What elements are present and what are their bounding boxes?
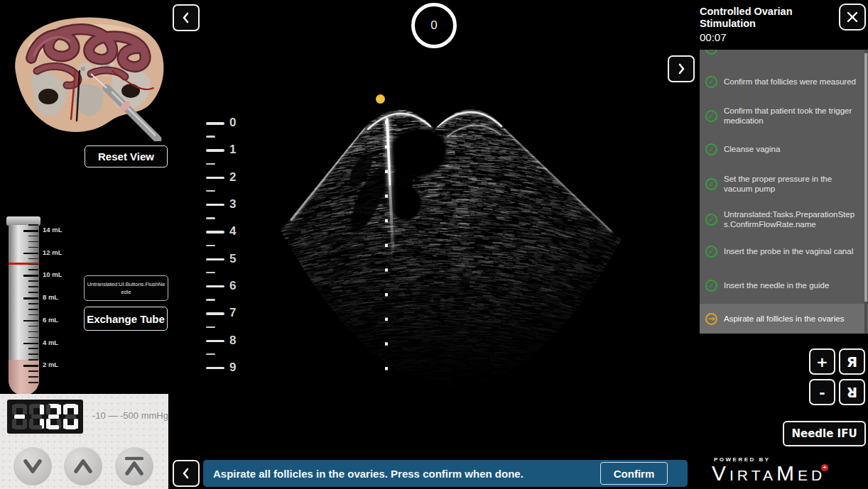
pressure-increase-button[interactable]: [64, 447, 102, 485]
virtamed-logo: VirtaMed +: [712, 461, 825, 485]
check-icon: ✓: [705, 278, 718, 292]
pressure-max-button[interactable]: [115, 447, 153, 485]
check-icon: ✓: [705, 177, 718, 190]
previous-step-button[interactable]: [173, 460, 200, 487]
check-icon: ✓: [705, 142, 718, 155]
reset-view-button[interactable]: Reset View: [85, 145, 168, 167]
procedure-title: Controlled Ovarian Stimulation: [700, 6, 838, 31]
anatomy-3d-view[interactable]: [6, 3, 169, 141]
expand-right-panel-button[interactable]: [668, 55, 695, 82]
close-icon: [846, 11, 859, 23]
zoom-out-button[interactable]: -: [809, 379, 835, 405]
aspirated-follicle-counter: 0: [411, 3, 457, 48]
vacuum-pump-panel: -10 — -500 mmHg: [0, 394, 168, 489]
task-item: ✓: [700, 50, 868, 57]
close-button[interactable]: [839, 4, 866, 31]
scrollbar-thumb[interactable]: [864, 53, 867, 302]
check-icon: ✓: [705, 50, 718, 55]
chevron-up-icon: [70, 455, 97, 478]
flush-needle-button[interactable]: Untranslated:UI.Buttons.FlushNeedle: [84, 275, 168, 301]
depth-scale: 0123456789: [206, 106, 251, 380]
scrollbar-track: [864, 50, 867, 334]
check-icon: ✓: [705, 244, 718, 258]
chevron-left-icon: [180, 468, 192, 479]
pressure-range-label: -10 — -500 mmHg: [92, 410, 168, 421]
tube-body: [9, 225, 39, 395]
simulator-screen: Reset View 14 mL12 mL10 mL8 mL6 mL4 mL2 …: [0, 0, 868, 489]
mirror-vertical-button[interactable]: Я: [839, 379, 865, 405]
check-icon: ✓: [705, 212, 718, 226]
instruction-text: Aspirate all follicles in the ovaries. P…: [203, 468, 523, 480]
pressure-display: [7, 400, 83, 434]
needle-ifu-button[interactable]: Needle IFU: [783, 421, 866, 446]
task-item: ✓ Confirm that follicles were measured: [700, 67, 868, 97]
chevron-up-to-bar-icon: [121, 454, 148, 478]
ultrasound-image: [249, 85, 639, 426]
task-item: ✓ Untranslated:Tasks.PreparationSteps.Co…: [700, 204, 868, 234]
mirror-horizontal-button[interactable]: Я: [839, 348, 865, 375]
task-item: ✓ Insert the needle in the guide: [700, 277, 868, 294]
exchange-tube-button[interactable]: Exchange Tube: [84, 307, 168, 331]
check-icon: ✓: [705, 109, 718, 122]
zoom-in-button[interactable]: +: [809, 348, 835, 375]
needle-guide-marker: [376, 94, 385, 104]
task-item-current: → Aspirate all follicles in the ovaries: [700, 304, 868, 334]
current-task-arrow-icon: →: [705, 313, 717, 325]
instruction-bar: Aspirate all follicles in the ovaries. P…: [203, 460, 688, 487]
task-item: ✓ Insert the probe in the vaginal canal: [700, 243, 868, 260]
chevron-right-icon: [676, 63, 687, 75]
collapse-left-panel-button[interactable]: [173, 4, 200, 31]
task-item: ✓ Cleanse vagina: [700, 141, 868, 158]
chevron-left-icon: [180, 12, 192, 23]
elapsed-timer: 00:07: [700, 31, 727, 43]
swiss-cross-trademark-icon: +: [821, 464, 828, 471]
task-item: ✓ Confirm that patient took the trigger …: [700, 101, 868, 131]
confirm-button[interactable]: Confirm: [600, 462, 668, 485]
task-item: ✓ Set the proper pressure in the vacuum …: [700, 169, 868, 199]
task-checklist: ✓ ✓ Confirm that follicles were measured…: [700, 50, 868, 334]
chevron-down-icon: [19, 455, 46, 478]
check-icon: ✓: [705, 75, 718, 88]
pressure-decrease-button[interactable]: [13, 447, 52, 485]
